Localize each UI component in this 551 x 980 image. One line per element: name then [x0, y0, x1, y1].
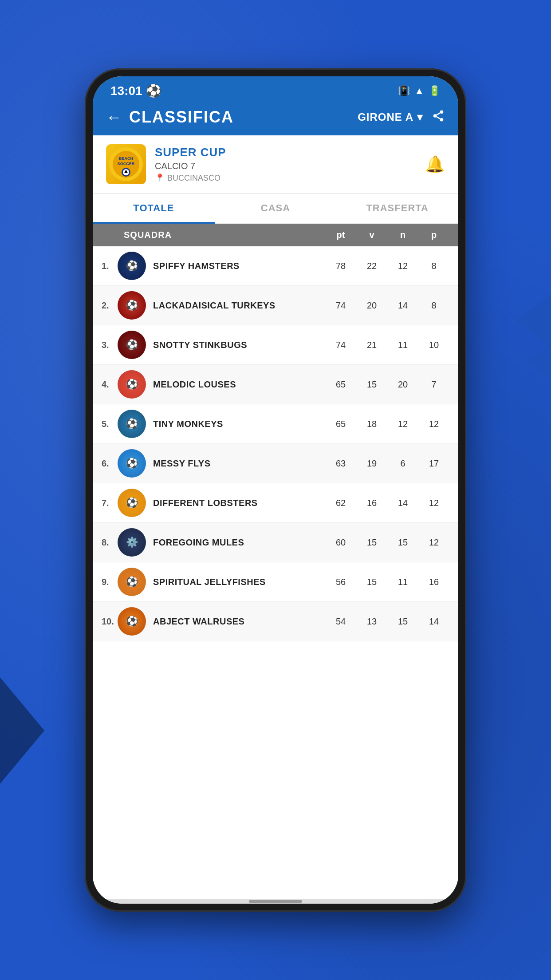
team-logo: ⚽: [118, 331, 146, 359]
notification-bell[interactable]: 🔔: [425, 155, 445, 174]
team-pt: 74: [325, 300, 356, 311]
team-logo: ⚽: [118, 252, 146, 280]
team-logo-icon: ⚽: [126, 576, 138, 588]
status-bar: 13:01 ⚽ 📳 ▲ 🔋: [93, 76, 458, 103]
team-logo: ⚽: [118, 607, 146, 636]
team-logo-icon: ⚽: [126, 418, 138, 430]
page-title: CLASSIFICA: [129, 108, 234, 126]
table-row[interactable]: 6. ⚽ MESSY FLYS 63 19 6 17: [93, 444, 458, 483]
svg-text:BEACH: BEACH: [119, 156, 133, 161]
tab-casa[interactable]: CASA: [215, 194, 337, 223]
girone-label: GIRONE A: [358, 111, 413, 123]
team-pt: 74: [325, 340, 356, 350]
team-rank: 7.: [102, 498, 118, 508]
team-v: 18: [356, 419, 387, 429]
tab-trasferta-label: TRASFERTA: [366, 202, 429, 213]
team-v: 21: [356, 340, 387, 350]
header-p: p: [418, 230, 449, 240]
table-row[interactable]: 3. ⚽ SNOTTY STINKBUGS 74 21 11 10: [93, 325, 458, 365]
team-n: 12: [387, 419, 418, 429]
table-row[interactable]: 7. ⚽ DIFFERENT LOBSTERS 62 16 14 12: [93, 483, 458, 523]
team-logo-icon: ⚽: [126, 458, 138, 469]
table-row[interactable]: 1. ⚽ SPIFFY HAMSTERS 78 22 12 8: [93, 246, 458, 286]
table-row[interactable]: 10. ⚽ ABJECT WALRUSES 54 13 15 14: [93, 602, 458, 641]
table-row[interactable]: 8. ⚙️ FOREGOING MULES 60 15 15 12: [93, 523, 458, 562]
team-p: 12: [418, 537, 449, 548]
team-pt: 65: [325, 419, 356, 429]
team-name: SPIRITUAL JELLYFISHES: [153, 577, 325, 587]
team-name: FOREGOING MULES: [153, 537, 325, 548]
team-p: 7: [418, 379, 449, 390]
team-logo: ⚽: [118, 568, 146, 596]
tournament-location: 📍 BUCCINASCO: [155, 173, 226, 183]
team-p: 16: [418, 577, 449, 587]
teams-list: 1. ⚽ SPIFFY HAMSTERS 78 22 12 8 2. ⚽ LAC…: [93, 246, 458, 641]
team-name: MESSY FLYS: [153, 458, 325, 469]
back-button[interactable]: ←: [106, 108, 122, 126]
team-logo-icon: ⚽: [126, 339, 138, 351]
table-row[interactable]: 2. ⚽ LACKADAISICAL TURKEYS 74 20 14 8: [93, 286, 458, 325]
time-label: 13:01: [110, 84, 142, 98]
table-row[interactable]: 5. ⚽ TINY MONKEYS 65 18 12 12: [93, 404, 458, 444]
team-n: 20: [387, 379, 418, 390]
team-name: DIFFERENT LOBSTERS: [153, 498, 325, 508]
svg-point-0: [440, 110, 444, 114]
team-rank: 4.: [102, 379, 118, 390]
team-p: 14: [418, 616, 449, 627]
status-icons: 📳 ▲ 🔋: [398, 85, 441, 97]
location-icon: 📍: [155, 173, 165, 183]
share-button[interactable]: [432, 109, 445, 126]
tournament-sport: CALCIO 7: [155, 161, 226, 171]
team-p: 10: [418, 340, 449, 350]
team-v: 13: [356, 616, 387, 627]
team-logo-icon: ⚽: [126, 260, 138, 272]
team-rank: 9.: [102, 577, 118, 587]
team-p: 12: [418, 498, 449, 508]
team-rank: 1.: [102, 261, 118, 271]
table-row[interactable]: 4. ⚽ MELODIC LOUSES 65 15 20 7: [93, 365, 458, 404]
standings-table: SQUADRA pt v n p 1. ⚽ SPIFFY HAMSTERS 78…: [93, 224, 458, 899]
tab-casa-label: CASA: [261, 202, 290, 213]
team-pt: 65: [325, 379, 356, 390]
team-logo: ⚽: [118, 291, 146, 320]
decorative-triangle-3: [0, 677, 44, 784]
team-logo-icon: ⚽: [126, 379, 138, 390]
svg-line-3: [437, 116, 441, 119]
team-pt: 63: [325, 458, 356, 469]
tournament-name: SUPER CUP: [155, 146, 226, 159]
team-pt: 62: [325, 498, 356, 508]
girone-selector[interactable]: GIRONE A ▾: [358, 111, 423, 123]
team-n: 11: [387, 340, 418, 350]
table-header: SQUADRA pt v n p: [93, 224, 458, 246]
phone-frame: 13:01 ⚽ 📳 ▲ 🔋 ← CLASSIFICA GIRONE A ▾: [85, 68, 466, 912]
team-v: 22: [356, 261, 387, 271]
team-n: 12: [387, 261, 418, 271]
team-rank: 6.: [102, 458, 118, 469]
tournament-logo: BEACH SOCCER: [106, 144, 146, 184]
tab-totale[interactable]: TOTALE: [93, 194, 215, 223]
team-logo: ⚽: [118, 410, 146, 438]
team-rank: 10.: [102, 616, 118, 627]
battery-icon: 🔋: [429, 85, 441, 97]
team-v: 15: [356, 379, 387, 390]
status-time: 13:01 ⚽: [110, 83, 161, 98]
vibrate-icon: 📳: [398, 85, 410, 97]
header-pt: pt: [325, 230, 356, 240]
svg-line-4: [437, 113, 441, 115]
team-name: SPIFFY HAMSTERS: [153, 261, 325, 271]
tab-trasferta[interactable]: TRASFERTA: [336, 194, 458, 223]
team-logo-icon: ⚽: [126, 497, 138, 509]
team-name: MELODIC LOUSES: [153, 379, 325, 390]
nav-left: ← CLASSIFICA: [106, 108, 234, 126]
tournament-left: BEACH SOCCER SUPER CUP CALCIO 7 📍 BUCCIN…: [106, 144, 226, 184]
team-v: 15: [356, 537, 387, 548]
header-n: n: [387, 230, 418, 240]
team-n: 14: [387, 300, 418, 311]
team-name: LACKADAISICAL TURKEYS: [153, 300, 325, 311]
table-row[interactable]: 9. ⚽ SPIRITUAL JELLYFISHES 56 15 11 16: [93, 562, 458, 602]
top-nav: ← CLASSIFICA GIRONE A ▾: [93, 103, 458, 135]
team-p: 8: [418, 300, 449, 311]
team-p: 17: [418, 458, 449, 469]
team-rank: 2.: [102, 300, 118, 311]
team-name: SNOTTY STINKBUGS: [153, 340, 325, 350]
